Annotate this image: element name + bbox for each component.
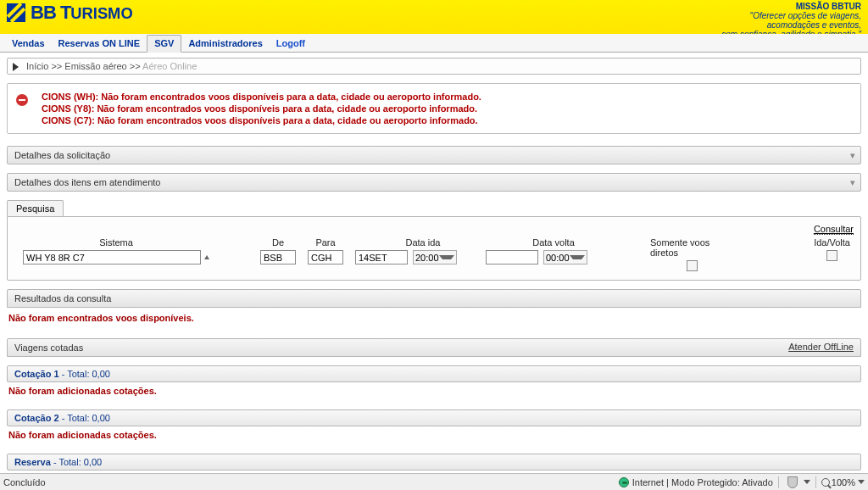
cotacao2-title: Cotação 2 (14, 413, 59, 423)
hora-volta-value: 00:00 (546, 253, 570, 263)
alert-line: CIONS (C7): Não foram encontrados voos d… (42, 114, 481, 126)
label-para: Para (315, 237, 335, 248)
breadcrumb-sep: >> (130, 61, 141, 71)
alert-line: CIONS (Y8): Não foram encontrados voos d… (42, 103, 481, 114)
sistema-sort-icon[interactable] (204, 255, 209, 259)
status-mode: Internet | Modo Protegido: Ativado (632, 477, 773, 487)
content-area: Início >> Emissão aéreo >> Aéreo Online … (0, 53, 868, 473)
cotacao2-header[interactable]: Cotação 2 - Total: 0,00 (7, 409, 861, 426)
reserva-total: - Total: 0,00 (51, 457, 102, 467)
logo-mark-icon (7, 3, 25, 22)
shield-icon (787, 476, 798, 488)
mission-title: MISSÃO BBTUR (721, 2, 861, 11)
chevron-down-icon (570, 255, 585, 259)
somente-diretos-checkbox[interactable] (687, 260, 698, 271)
hora-volta-select[interactable]: 00:00 (543, 250, 587, 264)
alert-panel: CIONS (WH): Não foram encontrados voos d… (7, 83, 861, 134)
label-idavolta: Ida/Volta (814, 237, 850, 248)
cotacao1-msg: Não foram adicionadas cotações. (7, 382, 861, 404)
panel-detalhes-itens[interactable]: Detalhes dos itens em atendimento ▾ (7, 173, 861, 192)
panel-title: Detalhes da solicitação (14, 150, 110, 160)
mission-line: "Oferecer opções de viagens, (721, 11, 861, 20)
reserva-header[interactable]: Reserva - Total: 0,00 (7, 454, 861, 471)
globe-icon (619, 477, 629, 487)
para-input[interactable] (308, 250, 343, 264)
atender-offline-link[interactable]: Atender OffLine (788, 342, 854, 352)
resultados-header: Resultados da consulta (7, 289, 861, 308)
chevron-down-icon: ▾ (850, 177, 855, 188)
cotacao1-title: Cotação 1 (14, 369, 59, 379)
zoom-icon (821, 478, 830, 487)
data-volta-input[interactable] (486, 250, 538, 264)
pesquisa-panel: Consultar Sistema De Para (7, 216, 861, 281)
hora-ida-select[interactable]: 20:00 (413, 250, 457, 264)
breadcrumb-inicio[interactable]: Início (26, 61, 48, 71)
error-icon (16, 94, 28, 106)
chevron-down-icon (858, 480, 865, 484)
cotacao2-msg: Não foram adicionadas cotações. (7, 426, 861, 448)
zoom-control[interactable]: 100% (821, 477, 865, 487)
label-de: De (272, 237, 284, 248)
tab-reservas[interactable]: Reservas ON LINE (52, 36, 147, 52)
tab-logoff[interactable]: Logoff (270, 36, 312, 52)
viagens-header: Viagens cotadas Atender OffLine (7, 338, 861, 357)
cotacao1-total: - Total: 0,00 (59, 369, 110, 379)
tab-administradores[interactable]: Administradores (181, 36, 269, 52)
resultados-msg: Não foram encontrados voos disponíveis. (7, 308, 861, 333)
tab-sgv[interactable]: SGV (147, 35, 181, 53)
logo: BB TURISMO (7, 0, 133, 24)
status-left: Concluído (3, 477, 46, 487)
alert-line: CIONS (WH): Não foram encontrados voos d… (42, 91, 481, 103)
nav-tabs: Vendas Reservas ON LINE SGV Administrado… (0, 34, 868, 53)
breadcrumb-sep: >> (51, 61, 62, 71)
zoom-value: 100% (832, 477, 855, 487)
panel-detalhes-solicitacao[interactable]: Detalhes da solicitação ▾ (7, 146, 861, 164)
chevron-down-icon (439, 255, 454, 259)
breadcrumb: Início >> Emissão aéreo >> Aéreo Online (7, 58, 861, 75)
breadcrumb-current: Aéreo Online (142, 61, 197, 71)
label-data-ida: Data ida (406, 237, 441, 248)
label-data-volta: Data volta (532, 237, 575, 248)
cotacao1-header[interactable]: Cotação 1 - Total: 0,00 (7, 365, 861, 382)
panel-title: Detalhes dos itens em atendimento (14, 177, 160, 187)
chevron-down-icon[interactable] (804, 480, 810, 484)
breadcrumb-emissao[interactable]: Emissão aéreo (64, 61, 126, 71)
idavolta-checkbox[interactable] (826, 250, 837, 261)
resultados-title: Resultados da consulta (14, 293, 111, 303)
hora-ida-value: 20:00 (415, 253, 439, 263)
reserva-title: Reserva (14, 457, 51, 467)
label-sistema: Sistema (99, 237, 133, 248)
breadcrumb-play-icon[interactable] (13, 63, 19, 71)
label-diretos: Somente voos diretos (650, 237, 734, 258)
reserva-msg: Não foram adicionadas cotações. (7, 471, 861, 473)
consultar-link[interactable]: Consultar (14, 224, 854, 234)
mission-line: acomodações e eventos, (721, 20, 861, 30)
sistema-input[interactable] (23, 250, 201, 264)
logo-text: BB TURISMO (31, 2, 133, 24)
tab-vendas[interactable]: Vendas (5, 36, 52, 52)
cotacao2-total: - Total: 0,00 (59, 413, 110, 423)
de-input[interactable] (260, 250, 296, 264)
pesquisa-tab[interactable]: Pesquisa (7, 200, 64, 216)
data-ida-input[interactable] (355, 250, 408, 264)
top-banner: BB TURISMO MISSÃO BBTUR "Oferecer opções… (0, 0, 868, 34)
status-bar: Concluído Internet | Modo Protegido: Ati… (0, 473, 868, 490)
chevron-down-icon: ▾ (850, 150, 855, 161)
viagens-title: Viagens cotadas (14, 342, 83, 353)
